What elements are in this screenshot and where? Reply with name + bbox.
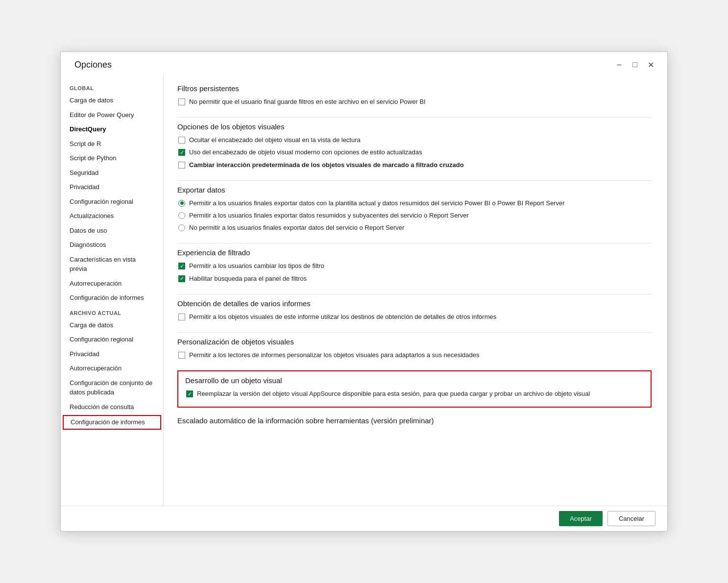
option-row: Permitir a los lectores de informes pers… — [177, 351, 652, 360]
checkbox-ocultar-encabezado[interactable] — [178, 137, 185, 144]
sidebar-item-script-python[interactable]: Script de Python — [61, 151, 163, 166]
accept-button[interactable]: Aceptar — [559, 511, 603, 526]
section-personalizacion-objetos: Personalización de objetos visuales Perm… — [177, 338, 652, 360]
section-filtros-persistentes: Filtros persistentes No permitir que el … — [177, 84, 652, 106]
sidebar-item-actualizaciones[interactable]: Actualizaciones — [61, 209, 163, 223]
section-experiencia-filtrado: Experiencia de filtrado Permitir a los u… — [177, 248, 652, 283]
option-row: Habilitar búsqueda para el panel de filt… — [177, 274, 652, 283]
option-label: Permitir a los usuarios finales exportar… — [189, 199, 565, 208]
option-row: Reemplazar la versión del objeto visual … — [185, 389, 644, 398]
sidebar-item-autorrecuperacion-archivo[interactable]: Autorrecuperación — [61, 361, 163, 376]
section-title-obtencion-detalles: Obtención de detalles de varios informes — [177, 299, 652, 308]
section-title-desarrollo-objeto-visual: Desarrollo de un objeto visual — [185, 376, 644, 385]
sidebar-item-carga-datos-global[interactable]: Carga de datos — [61, 93, 163, 108]
main-content: Filtros persistentes No permitir que el … — [164, 75, 667, 506]
dialog-body: GLOBAL Carga de datos Editor de Power Qu… — [61, 75, 667, 506]
cancel-button[interactable]: Cancelar — [607, 511, 655, 526]
sidebar-item-script-r[interactable]: Script de R — [61, 137, 163, 151]
sidebar-item-seguridad[interactable]: Seguridad — [61, 166, 163, 180]
dialog-footer: Aceptar Cancelar — [61, 506, 667, 531]
window-controls: – □ ✕ — [612, 58, 657, 72]
sidebar-item-config-informes-archivo[interactable]: Configuración de informes — [63, 415, 161, 430]
maximize-button[interactable]: □ — [628, 58, 642, 72]
section-exportar-datos: Exportar datos Permitir a los usuarios f… — [177, 186, 652, 233]
sidebar-item-diagnosticos[interactable]: Diagnósticos — [61, 238, 163, 252]
section-title-opciones-objetos-visuales: Opciones de los objetos visuales — [177, 122, 652, 131]
section-title-filtros-persistentes: Filtros persistentes — [177, 84, 652, 93]
minimize-button[interactable]: – — [612, 58, 626, 72]
radio-exportar-1[interactable] — [178, 200, 185, 207]
sidebar-item-carga-datos-archivo[interactable]: Carga de datos — [61, 318, 163, 333]
option-row: Ocultar el encabezado del objeto visual … — [177, 136, 652, 145]
section-title-exportar-datos: Exportar datos — [177, 186, 652, 194]
option-row: No permitir a los usuarios finales expor… — [177, 223, 652, 232]
radio-exportar-2[interactable] — [178, 212, 185, 219]
checkbox-obtencion-detalles[interactable] — [178, 314, 185, 320]
sidebar-item-config-informes-global[interactable]: Configuración de informes — [61, 291, 163, 305]
sidebar-item-direct-query[interactable]: DirectQuery — [61, 122, 163, 137]
section-title-experiencia-filtrado: Experiencia de filtrado — [177, 248, 652, 257]
option-label: Permitir a los objetos visuales de este … — [189, 313, 496, 321]
sidebar-item-config-regional-archivo[interactable]: Configuración regional — [61, 332, 163, 347]
option-label: Ocultar el encabezado del objeto visual … — [189, 136, 361, 145]
option-row: Permitir a los usuarios cambiar los tipo… — [177, 262, 652, 270]
option-row: Uso del encabezado de objeto visual mode… — [177, 148, 652, 157]
sidebar-item-privacidad[interactable]: Privacidad — [61, 180, 163, 194]
checkbox-reemplazar-version[interactable] — [186, 390, 193, 397]
checkbox-cambiar-interaccion[interactable] — [178, 162, 185, 169]
checkbox-habilitar-busqueda[interactable] — [178, 275, 185, 282]
close-button[interactable]: ✕ — [644, 58, 657, 72]
sidebar-item-reduccion-consulta[interactable]: Reducción de consulta — [61, 400, 163, 414]
option-label: Cambiar interacción predeterminada de lo… — [189, 161, 464, 170]
option-label: Uso del encabezado de objeto visual mode… — [189, 148, 422, 157]
sidebar-item-privacidad-archivo[interactable]: Privacidad — [61, 347, 163, 362]
option-label: Permitir a los usuarios finales exportar… — [189, 211, 469, 220]
section-title-personalizacion-objetos: Personalización de objetos visuales — [177, 338, 652, 346]
checkbox-cambiar-tipos-filtro[interactable] — [178, 263, 185, 269]
option-row: Permitir a los objetos visuales de este … — [177, 313, 652, 321]
option-row: Permitir a los usuarios finales exportar… — [177, 199, 652, 208]
section-title-escalado-automatico: Escalado automático de la información so… — [177, 416, 652, 425]
option-label: Habilitar búsqueda para el panel de filt… — [189, 274, 307, 283]
section-desarrollo-objeto-visual: Desarrollo de un objeto visual Reemplaza… — [177, 370, 652, 408]
option-row: Permitir a los usuarios finales exportar… — [177, 211, 652, 220]
option-label: Permitir a los usuarios cambiar los tipo… — [189, 262, 324, 270]
options-dialog: Opciones – □ ✕ GLOBAL Carga de datos Edi… — [60, 51, 668, 532]
archivo-section-label: ARCHIVO ACTUAL — [61, 305, 163, 318]
option-label: Reemplazar la versión del objeto visual … — [197, 389, 590, 398]
sidebar-item-config-conjunto-datos[interactable]: Configuración de conjunto de datos publi… — [61, 376, 163, 400]
checkbox-uso-encabezado[interactable] — [178, 149, 185, 156]
option-label: Permitir a los lectores de informes pers… — [189, 351, 480, 360]
radio-exportar-3[interactable] — [178, 224, 185, 231]
checkbox-filtros-persistentes[interactable] — [178, 98, 185, 105]
section-opciones-objetos-visuales: Opciones de los objetos visuales Ocultar… — [177, 122, 652, 170]
sidebar: GLOBAL Carga de datos Editor de Power Qu… — [61, 75, 164, 506]
option-row: Cambiar interacción predeterminada de lo… — [177, 161, 652, 170]
sidebar-item-caracteristicas[interactable]: Características en vista previa — [61, 252, 163, 276]
sidebar-item-editor-power-query[interactable]: Editor de Power Query — [61, 108, 163, 122]
sidebar-item-config-regional[interactable]: Configuración regional — [61, 194, 163, 209]
sidebar-item-autorrecuperacion[interactable]: Autorrecuperación — [61, 276, 163, 291]
global-section-label: GLOBAL — [61, 80, 163, 93]
option-label: No permitir a los usuarios finales expor… — [189, 223, 404, 232]
option-label: No permitir que el usuario final guarde … — [189, 97, 426, 106]
dialog-title: Opciones — [74, 60, 112, 70]
checkbox-personalizacion[interactable] — [178, 352, 185, 359]
sidebar-item-datos-uso[interactable]: Datos de uso — [61, 223, 163, 238]
section-escalado-automatico: Escalado automático de la información so… — [177, 416, 652, 425]
option-row: No permitir que el usuario final guarde … — [177, 97, 652, 106]
titlebar: Opciones – □ ✕ — [61, 52, 667, 75]
section-obtencion-detalles: Obtención de detalles de varios informes… — [177, 299, 652, 321]
